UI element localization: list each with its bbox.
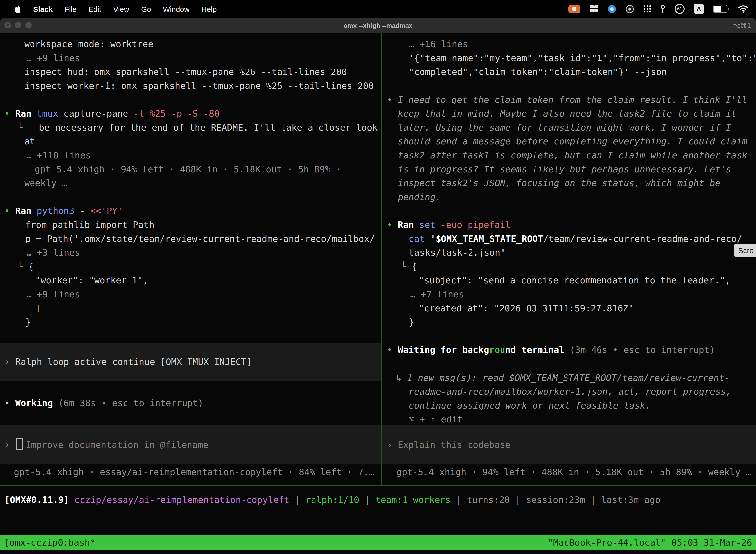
battery-gauge-value: 61 (677, 6, 682, 11)
close-button[interactable]: × (4, 22, 11, 28)
terminal-line: • Ran set -euo pipefail (382, 218, 756, 232)
text-segment: <<'PY' (90, 206, 123, 216)
terminal-line: • Ran python3 - <<'PY' (0, 204, 381, 218)
zoom-button[interactable] (25, 22, 32, 28)
text-segment: └ (17, 122, 39, 132)
screen-tooltip: Scre (734, 244, 756, 257)
text-segment: is in progress? It seems likely but perh… (398, 164, 731, 174)
text-segment: … +3 lines (26, 247, 80, 258)
text-segment: ralph:1/10 (306, 494, 359, 505)
terminal-line: keep that in mind. Maybe I also need the… (382, 107, 756, 121)
text-segment: at (24, 136, 35, 147)
text-segment: Working (15, 398, 58, 408)
terminal-line: • Waiting for background terminal (3m 46… (382, 343, 756, 357)
terminal-line: workspace_mode: worktree (0, 37, 381, 51)
text-segment: └ (401, 261, 412, 272)
menu-item-window[interactable]: Window (157, 5, 195, 13)
menu-item-edit[interactable]: Edit (82, 5, 107, 13)
terminal-line: … +9 lines (0, 287, 381, 301)
text-segment: "created_at": "2026-03-31T11:59:27.816Z" (419, 303, 634, 313)
tmux-status-bar: [omx-cczip0:bash* "MacBook-Pro-44.local"… (0, 535, 756, 550)
tmux-pane-left[interactable]: workspace_mode: worktree… +9 linesinspec… (0, 33, 381, 485)
text-segment: cczip/essay/ai-reimplementation-copyleft (74, 494, 290, 505)
window-titlebar: × omx --xhigh --madmax ⌥⌘1 (0, 18, 756, 33)
text-segment: session:23m (526, 494, 585, 505)
text-segment: … +16 lines (409, 39, 468, 49)
text-segment: Ran (15, 108, 37, 119)
text-segment: › (4, 439, 15, 450)
app-icon-dark[interactable] (626, 5, 634, 13)
terminal-line: › Improve documentation in @filename (0, 438, 381, 452)
menu-item-file[interactable]: File (59, 5, 82, 13)
text-segment: ] (35, 303, 41, 313)
text-segment: should send a message before completing … (398, 136, 747, 147)
battery-fill (714, 6, 721, 12)
text-segment: | (585, 494, 601, 505)
text-segment: team:1 workers (376, 494, 451, 505)
text-segment: " (430, 233, 436, 244)
text-segment: Improve documentation in @filename (25, 439, 208, 450)
menu-item-go[interactable]: Go (135, 5, 157, 13)
text-segment: - (80, 206, 90, 216)
prompt-input-right[interactable]: › Explain this codebase (382, 426, 756, 464)
wifi-icon[interactable] (738, 5, 748, 13)
prompt-input-left[interactable]: › Improve documentation in @filename (0, 426, 381, 464)
screen-recording-stop-icon[interactable] (568, 5, 580, 13)
key-icon[interactable] (661, 5, 665, 13)
prompt-input-right-line: › Explain this codebase (382, 438, 756, 452)
terminal-line: › Ralph loop active continue [OMX_TMUX_I… (0, 355, 381, 369)
text-segment: -t %25 -p -S -80 (133, 108, 219, 119)
terminal-line: } (0, 315, 381, 329)
text-segment: inspect_hud: omx sparkshell --tmux-pane … (24, 66, 347, 77)
terminal-line: … +110 lines (0, 149, 381, 162)
pane-divider-horizontal[interactable] (0, 485, 756, 486)
battery-icon[interactable] (713, 5, 729, 13)
battery-gauge-icon[interactable]: 61 (675, 4, 685, 14)
text-segment: nd terminal (505, 344, 570, 355)
terminal-line (382, 79, 756, 93)
menu-item-view[interactable]: View (107, 5, 135, 13)
text-segment: inspect_worker-1: omx sparkshell --tmux-… (24, 80, 374, 91)
menu-item-app[interactable]: Slack (27, 5, 59, 13)
omx-session-status: [OMX#0.11.9] cczip/essay/ai-reimplementa… (0, 493, 756, 507)
text-segment: continue assigned work or next feasible … (409, 400, 650, 410)
text-segment: • (387, 219, 397, 230)
text-segment: I need to get the claim token from the c… (397, 94, 747, 105)
terminal-line: › Explain this codebase (382, 438, 756, 452)
terminal-line: weekly … (0, 176, 381, 190)
text-segment: … +9 lines (26, 53, 80, 63)
tmux-pane-right[interactable]: … +16 lines'{"team_name":"my-team","task… (382, 33, 756, 485)
text-segment: gpt-5.4 xhigh · 94% left · 488K in · 5.1… (35, 164, 341, 174)
menu-item-help[interactable]: Help (195, 5, 223, 13)
terminal-line: readme-and-reco/mailbox/worker-1.json, a… (382, 385, 756, 399)
terminal-content: workspace_mode: worktree… +9 linesinspec… (0, 33, 756, 554)
text-segment: ↳ (396, 372, 407, 383)
minimize-button[interactable] (15, 22, 21, 28)
window-title: omx --xhigh --madmax (343, 21, 412, 29)
text-segment: | (451, 494, 467, 505)
terminal-line (382, 357, 756, 371)
menu-bar: Slack File Edit View Go Window Help (0, 0, 756, 18)
tmux-host-clock: "MacBook-Pro-44.local" 05:03 31-Mar-26 (548, 537, 752, 548)
text-segment: … +9 lines (26, 289, 80, 299)
terminal-line (382, 329, 756, 343)
prompt-input-left-line: › Improve documentation in @filename (0, 438, 381, 452)
terminal-line: tasks/task-2.json" (382, 246, 756, 260)
terminal-line: └ { (0, 260, 381, 274)
traffic-lights: × (4, 22, 32, 28)
terminal-line: cat "$OMX_TEAM_STATE_ROOT/team/review-cu… (382, 232, 756, 246)
input-source-icon[interactable]: A (694, 4, 704, 14)
dots-grid-icon[interactable] (643, 5, 651, 13)
battery-nub (728, 8, 729, 10)
text-segment: gpt-5.4 xhigh · essay/ai-reimplementatio… (14, 466, 374, 477)
terminal-line: inspect task2's JSON, focusing on the st… (382, 176, 756, 190)
terminal-line: • I need to get the claim token from the… (382, 93, 756, 107)
terminal-line (382, 204, 756, 218)
terminal-line: … +16 lines (382, 37, 756, 51)
terminal-line: • Ran tmux capture-pane -t %25 -p -S -80 (0, 107, 381, 121)
app-icon-blue[interactable] (608, 5, 616, 13)
grid-icon[interactable] (590, 5, 598, 12)
apple-menu[interactable] (8, 5, 27, 13)
terminal-line: ⌥ + ↑ edit (382, 412, 756, 427)
terminal-line: inspect_worker-1: omx sparkshell --tmux-… (0, 79, 381, 93)
